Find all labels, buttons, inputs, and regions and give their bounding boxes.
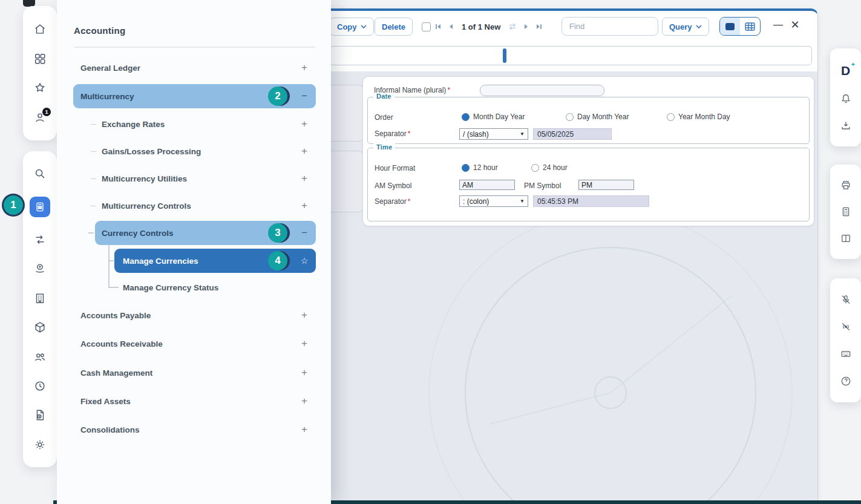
- flyout-item-exchange-rates[interactable]: Exchange Rates +: [73, 110, 316, 138]
- active-module-highlight: [30, 197, 50, 217]
- expand-icon[interactable]: +: [300, 395, 309, 407]
- date-separator-label: Separator*: [375, 129, 410, 138]
- right-rail-middle: [830, 165, 861, 259]
- calculator-tool-icon[interactable]: [840, 206, 852, 218]
- flyout-item-general-ledger[interactable]: General Ledger +: [73, 54, 316, 82]
- print-icon[interactable]: [840, 179, 852, 191]
- cash-management-icon[interactable]: [33, 262, 47, 275]
- copy-button[interactable]: Copy: [330, 18, 374, 36]
- flyout-item-multicurrency-utilities[interactable]: Multicurrency Utilities +: [73, 165, 316, 192]
- expand-icon[interactable]: +: [300, 309, 309, 321]
- find-input[interactable]: [561, 17, 658, 36]
- expand-icon[interactable]: +: [300, 145, 309, 157]
- informal-name-input[interactable]: [480, 85, 604, 96]
- time-separator-dropdown[interactable]: : (colon) ▼: [459, 195, 528, 207]
- radio-year-month-day[interactable]: Year Month Day: [667, 113, 730, 121]
- deltek-logo[interactable]: D ✦: [841, 64, 850, 78]
- search-icon[interactable]: [33, 167, 47, 180]
- expand-icon[interactable]: +: [300, 367, 309, 379]
- collapse-icon[interactable]: −: [300, 90, 309, 102]
- flyout-item-consolidations[interactable]: Consolidations +: [73, 416, 316, 443]
- required-asterisk: *: [408, 197, 411, 206]
- favorites-icon[interactable]: [33, 81, 47, 94]
- refresh-icon[interactable]: [507, 21, 518, 32]
- delete-button[interactable]: Delete: [375, 18, 413, 36]
- expand-icon[interactable]: +: [300, 118, 309, 130]
- expand-icon[interactable]: +: [300, 172, 309, 185]
- chevron-down-icon: [696, 25, 702, 28]
- settings-icon[interactable]: [33, 438, 47, 451]
- list-view-button[interactable]: [740, 18, 760, 35]
- right-rail-top: D ✦: [830, 48, 861, 146]
- expand-icon[interactable]: +: [300, 62, 309, 74]
- flyout-title: Accounting: [74, 25, 126, 36]
- download-icon[interactable]: [840, 120, 852, 132]
- notification-count-badge: 1: [42, 108, 51, 116]
- last-record-icon[interactable]: [535, 22, 543, 31]
- accounting-icon[interactable]: [30, 197, 50, 217]
- record-checkbox[interactable]: [422, 22, 431, 31]
- documents-icon[interactable]: [33, 408, 47, 422]
- profile-icon[interactable]: 1: [33, 111, 47, 124]
- dropdown-arrow-icon: ▼: [520, 198, 525, 204]
- record-title-caret: [503, 48, 506, 63]
- expand-icon[interactable]: +: [300, 424, 309, 436]
- radio-month-day-year[interactable]: Month Day Year: [462, 113, 525, 121]
- inventory-icon[interactable]: [33, 321, 47, 334]
- flyout-item-manage-currency-status[interactable]: Manage Currency Status: [73, 273, 316, 301]
- first-record-icon[interactable]: [434, 22, 442, 31]
- tree-connector: [88, 232, 94, 234]
- order-label: Order: [375, 113, 393, 122]
- options-form-panel: Informal Name (plural)* Date Order Month…: [362, 76, 814, 226]
- required-asterisk: *: [408, 129, 411, 138]
- expand-icon[interactable]: +: [300, 338, 309, 350]
- flyout-item-accounts-payable[interactable]: Accounts Payable +: [73, 301, 316, 329]
- notifications-icon[interactable]: [840, 93, 852, 105]
- flyout-item-accounts-receivable[interactable]: Accounts Receivable +: [73, 330, 316, 358]
- microphone-off-icon[interactable]: [840, 293, 852, 306]
- help-icon[interactable]: [840, 375, 852, 387]
- keyboard-icon[interactable]: [840, 348, 852, 360]
- radio-day-month-year[interactable]: Day Month Year: [566, 113, 629, 121]
- form-view-button[interactable]: [720, 18, 740, 35]
- people-icon[interactable]: [33, 350, 47, 364]
- query-button[interactable]: Query: [662, 18, 709, 36]
- expand-icon[interactable]: +: [300, 200, 309, 212]
- flyout-item-cash-management[interactable]: Cash Management +: [73, 359, 316, 387]
- am-symbol-input[interactable]: [459, 180, 515, 190]
- collapse-icon[interactable]: −: [300, 227, 309, 239]
- radio-icon: [531, 164, 539, 172]
- step-badge-2: 2: [268, 87, 287, 106]
- close-button[interactable]: ✕: [787, 16, 803, 34]
- time-fieldset: Time Hour Format 12 hour 24 hour AM Symb…: [367, 148, 810, 221]
- hour-format-label: Hour Format: [375, 164, 415, 172]
- query-button-label: Query: [669, 22, 692, 31]
- radio-12-hour[interactable]: 12 hour: [462, 163, 498, 172]
- record-title-input[interactable]: [330, 46, 812, 65]
- next-record-icon[interactable]: [522, 22, 531, 31]
- minimize-button[interactable]: —: [770, 16, 786, 34]
- record-position: 1 of 1 New: [462, 22, 500, 31]
- flyout-item-fixed-assets[interactable]: Fixed Assets +: [73, 387, 316, 415]
- chevron-down-icon: [361, 25, 367, 28]
- date-separator-dropdown[interactable]: / (slash) ▼: [459, 128, 528, 140]
- broadcast-off-icon[interactable]: [840, 321, 852, 333]
- previous-record-icon[interactable]: [447, 22, 455, 31]
- time-legend: Time: [373, 143, 395, 151]
- transactions-icon[interactable]: [33, 233, 47, 246]
- am-symbol-label: AM Symbol: [375, 182, 411, 190]
- columns-icon[interactable]: [840, 232, 852, 244]
- time-preview: 05:45:53 PM: [533, 195, 649, 207]
- sidebar-top-group: 1: [23, 6, 57, 140]
- favorite-star-icon[interactable]: ☆: [300, 256, 309, 266]
- time-icon[interactable]: [33, 379, 47, 393]
- radio-24-hour[interactable]: 24 hour: [531, 163, 568, 172]
- pm-symbol-input[interactable]: [578, 180, 634, 190]
- delete-button-label: Delete: [382, 22, 405, 31]
- flyout-item-multicurrency-controls[interactable]: Multicurrency Controls +: [73, 192, 316, 220]
- organization-icon[interactable]: [33, 292, 47, 305]
- flyout-item-gains-losses-processing[interactable]: Gains/Losses Processing +: [73, 137, 316, 165]
- app-root: Copy Delete 1 of 1 New: [0, 0, 861, 504]
- apps-icon[interactable]: [33, 52, 47, 65]
- home-icon[interactable]: [33, 22, 47, 36]
